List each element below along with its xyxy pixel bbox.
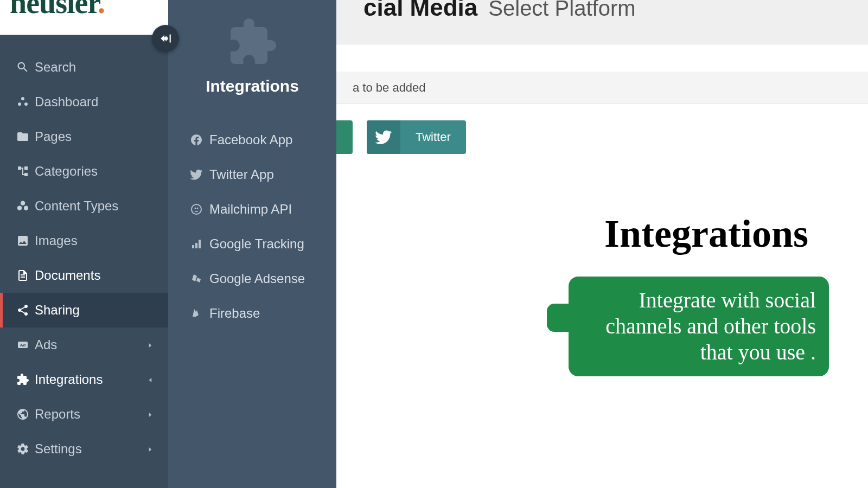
secondary-sidebar: Integrations Facebook App Twitter App Ma…	[168, 0, 336, 488]
share-icon	[16, 303, 35, 318]
svg-rect-13	[199, 240, 201, 248]
svg-rect-5	[24, 173, 28, 176]
secondary-sidebar-header: Integrations	[168, 16, 336, 95]
logo[interactable]: neusler.	[0, 0, 168, 35]
sidebar-item-label: Content Types	[35, 198, 118, 214]
dashboard-icon	[16, 94, 35, 110]
svg-point-2	[24, 102, 28, 106]
sidebar-item-label: Sharing	[35, 303, 80, 318]
info-strip-text: a to be added	[353, 81, 426, 95]
sub-item-label: Firebase	[209, 306, 260, 321]
sub-item-label: Mailchimp API	[209, 202, 292, 217]
sidebar-item-integrations[interactable]: Integrations	[0, 362, 168, 397]
secondary-sidebar-title: Integrations	[168, 77, 336, 95]
sidebar-item-reports[interactable]: Reports	[0, 397, 168, 432]
chevron-right-icon	[146, 441, 154, 457]
facebook-icon	[190, 133, 209, 146]
svg-point-8	[192, 204, 201, 214]
twitter-icon	[367, 120, 400, 154]
sidebar-item-label: Categories	[35, 164, 98, 179]
sidebar-item-documents[interactable]: Documents	[0, 258, 168, 293]
document-icon	[16, 268, 35, 283]
sidebar-item-settings[interactable]: Settings	[0, 432, 168, 466]
svg-rect-11	[192, 245, 194, 248]
sub-item-mailchimp-api[interactable]: Mailchimp API	[168, 192, 336, 227]
primary-nav: Search Dashboard Pages Categories Conten…	[0, 35, 168, 466]
svg-point-10	[197, 208, 199, 209]
facebook-button-fragment[interactable]	[336, 120, 353, 154]
svg-point-1	[18, 102, 21, 106]
svg-text:Ad: Ad	[20, 343, 26, 348]
primary-sidebar: neusler. Search Dashboard Pages Categori…	[0, 0, 168, 488]
arrow-left-bar-icon	[158, 31, 173, 46]
mailchimp-icon	[190, 203, 209, 216]
svg-rect-12	[195, 243, 197, 248]
annotation-title: Integrations	[604, 211, 808, 256]
sidebar-item-label: Search	[35, 60, 76, 75]
analytics-icon	[190, 237, 209, 251]
cubes-icon	[16, 198, 35, 214]
search-icon	[16, 60, 35, 75]
sub-item-label: Facebook App	[209, 132, 292, 147]
twitter-icon	[190, 168, 209, 181]
sidebar-item-label: Images	[35, 233, 78, 248]
sidebar-item-dashboard[interactable]: Dashboard	[0, 85, 168, 119]
sub-item-facebook-app[interactable]: Facebook App	[168, 123, 336, 157]
sidebar-item-images[interactable]: Images	[0, 223, 168, 258]
sidebar-item-categories[interactable]: Categories	[0, 154, 168, 189]
gears-icon	[16, 441, 35, 457]
sidebar-item-label: Settings	[35, 441, 82, 457]
tree-icon	[16, 164, 35, 179]
sidebar-item-label: Integrations	[35, 372, 103, 387]
sidebar-item-ads[interactable]: Ad Ads	[0, 328, 168, 362]
image-icon	[16, 233, 35, 248]
annotation-callout: Integrate with social channels and other…	[569, 277, 829, 376]
puzzle-large-icon	[226, 16, 278, 68]
twitter-button[interactable]: Twitter	[367, 120, 466, 154]
globe-icon	[16, 407, 35, 422]
adsense-icon	[190, 272, 209, 285]
folder-icon	[16, 129, 35, 144]
sub-item-google-tracking[interactable]: Google Tracking	[168, 227, 336, 261]
sidebar-item-label: Dashboard	[35, 94, 98, 110]
sidebar-item-search[interactable]: Search	[0, 50, 168, 85]
svg-point-9	[195, 208, 196, 209]
sidebar-item-sharing[interactable]: Sharing	[0, 293, 168, 328]
page-title: cial Media	[363, 0, 477, 20]
sidebar-item-label: Documents	[35, 268, 100, 283]
sub-item-label: Google Adsense	[209, 271, 305, 286]
chevron-right-icon	[146, 407, 154, 422]
sub-item-twitter-app[interactable]: Twitter App	[168, 157, 336, 192]
firebase-icon	[190, 307, 209, 320]
sub-item-label: Twitter App	[209, 167, 274, 182]
chevron-right-icon	[146, 337, 154, 352]
sub-item-google-adsense[interactable]: Google Adsense	[168, 261, 336, 296]
svg-rect-3	[18, 166, 21, 170]
svg-point-0	[21, 97, 24, 100]
sidebar-item-label: Reports	[35, 407, 80, 422]
svg-rect-4	[24, 166, 28, 170]
sidebar-item-content-types[interactable]: Content Types	[0, 189, 168, 223]
page-subtitle: Select Platform	[488, 0, 635, 19]
sidebar-item-pages[interactable]: Pages	[0, 119, 168, 154]
logo-text: neusler.	[10, 0, 105, 16]
sidebar-item-label: Ads	[35, 337, 57, 352]
puzzle-icon	[16, 372, 35, 387]
ad-icon: Ad	[16, 337, 35, 352]
collapse-sidebar-button[interactable]	[152, 25, 179, 52]
sub-item-label: Google Tracking	[209, 236, 304, 252]
chevron-left-icon	[146, 372, 154, 387]
sidebar-item-label: Pages	[35, 129, 72, 144]
twitter-label: Twitter	[400, 130, 466, 144]
sub-item-firebase[interactable]: Firebase	[168, 296, 336, 331]
